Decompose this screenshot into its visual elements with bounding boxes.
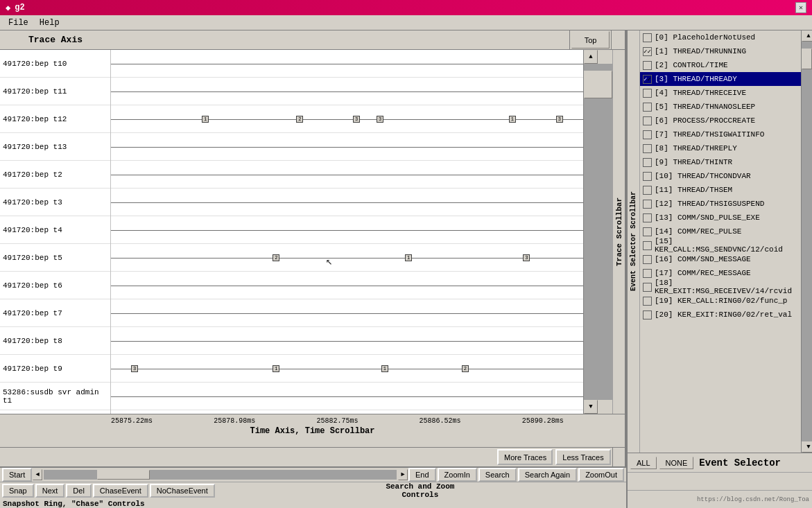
time-scrollbar-thumb [97, 470, 150, 480]
trace-label-7: 491720:bep t5 [0, 244, 110, 272]
event-checkbox-5[interactable] [643, 103, 652, 112]
event-scroll-down[interactable]: ▼ [802, 441, 812, 453]
event-checkbox-0[interactable] [643, 33, 652, 42]
time-tick-3: 25886.52ms [420, 417, 522, 425]
trace-label-6: 491720:bep t4 [0, 216, 110, 244]
event-checkbox-14[interactable] [643, 227, 652, 236]
event-item-11[interactable]: [11] THREAD/THSEM [640, 183, 801, 197]
event-label-4: [4] THREAD/THRECEIVE [655, 89, 746, 97]
event-checkbox-9[interactable] [643, 158, 652, 167]
event-item-9[interactable]: [9] THREAD/THINTR [640, 155, 801, 169]
event-item-19[interactable]: [19] KER_CALL:RING0/02/func_p [640, 294, 801, 308]
left-section: Trace Axis Top 491720:bep t10491720:bep … [0, 30, 626, 508]
trace-marker: 1 [273, 365, 279, 372]
zoom-out-button[interactable]: ZoomOut [578, 468, 624, 482]
event-checkbox-12[interactable] [643, 200, 652, 209]
scroll-right-btn[interactable]: ► [398, 469, 408, 480]
event-checkbox-8[interactable] [643, 144, 652, 153]
next-button[interactable]: Next [35, 484, 65, 498]
event-checkbox-10[interactable] [643, 172, 652, 181]
search-again-button[interactable]: Search Again [518, 468, 577, 482]
time-scrollbar[interactable] [44, 470, 397, 480]
event-label-0: [0] PlaceholderNotUsed [655, 33, 755, 42]
event-checkbox-20[interactable] [643, 310, 652, 319]
top-button[interactable]: Top [571, 31, 610, 49]
start-button[interactable]: Start [2, 468, 32, 482]
chase-event-button[interactable]: ChaseEvent [93, 484, 148, 498]
trace-row-2: 123313 [111, 105, 583, 133]
no-chase-event-button[interactable]: NoChaseEvent [150, 484, 215, 498]
event-checkbox-15[interactable] [643, 241, 652, 250]
event-label-6: [6] PROCESS/PROCCREATE [655, 116, 755, 125]
time-axis-label: Time Axis, Time Scrollbar [0, 425, 625, 437]
search-button[interactable]: Search [478, 468, 517, 482]
trace-marker: 3 [377, 116, 383, 123]
event-item-15[interactable]: [15] KER_CALL:MSG_SENDVNC/12/coid [640, 238, 801, 252]
event-item-17[interactable]: [17] COMM/REC_MESSAGE [640, 266, 801, 280]
trace-marker: 1 [202, 116, 209, 123]
event-item-6[interactable]: [6] PROCESS/PROCCREATE [640, 114, 801, 128]
event-checkbox-16[interactable] [643, 255, 652, 264]
trace-row-11: 3112 [111, 355, 583, 383]
title-icon: ◆ [6, 3, 10, 13]
event-item-2[interactable]: [2] CONTROL/TIME [640, 58, 801, 72]
event-item-10[interactable]: [10] THREAD/THCONDVAR [640, 169, 801, 183]
event-checkbox-11[interactable] [643, 186, 652, 195]
menu-file[interactable]: File [3, 17, 34, 29]
trace-scrollbar-thumb[interactable] [584, 71, 612, 98]
event-item-4[interactable]: [4] THREAD/THRECEIVE [640, 86, 801, 100]
event-item-3[interactable]: ✓[3] THREAD/THREADY [640, 72, 801, 86]
trace-panel: Trace Axis Top 491720:bep t10491720:bep … [0, 30, 626, 466]
event-item-8[interactable]: [8] THREAD/THREPLY [640, 141, 801, 155]
event-label-17: [17] COMM/REC_MESSAGE [655, 269, 751, 277]
event-item-16[interactable]: [16] COMM/SND_MESSAGE [640, 252, 801, 266]
trace-label-9: 491720:bep t7 [0, 299, 110, 327]
window-title: g2 [15, 3, 795, 12]
event-checkbox-3[interactable]: ✓ [643, 75, 652, 84]
event-item-14[interactable]: [14] COMM/REC_PULSE [640, 225, 801, 238]
all-button[interactable]: ALL [630, 457, 657, 469]
event-item-0[interactable]: [0] PlaceholderNotUsed [640, 30, 801, 44]
trace-scrollbar-track[interactable] [584, 64, 612, 400]
event-checkbox-6[interactable] [643, 116, 652, 125]
none-button[interactable]: NONE [659, 457, 694, 469]
event-checkbox-17[interactable] [643, 269, 652, 278]
event-item-13[interactable]: [13] COMM/SND_PULSE_EXE [640, 211, 801, 225]
event-list[interactable]: [0] PlaceholderNotUsed✓[1] THREAD/THRUNN… [640, 30, 801, 453]
zoom-in-button[interactable]: ZoomIn [438, 468, 477, 482]
event-bottom-bar: ALL NONE Event Selector [628, 453, 812, 472]
event-checkbox-1[interactable]: ✓ [643, 47, 652, 56]
bottom-labels-row: Snapshot Ring, "Chase" Controls [0, 499, 626, 508]
event-item-1[interactable]: ✓[1] THREAD/THRUNNING [640, 44, 801, 58]
event-item-20[interactable]: [20] KER_EXIT:RING0/02/ret_val [640, 308, 801, 322]
trace-labels: 491720:bep t10491720:bep t11491720:bep t… [0, 50, 111, 414]
trace-row-4 [111, 161, 583, 189]
event-label-13: [13] COMM/SND_PULSE_EXE [655, 213, 760, 222]
event-checkbox-13[interactable] [643, 213, 652, 222]
trace-marker: 1 [509, 116, 516, 123]
event-item-5[interactable]: [5] THREAD/THNANOSLEEP [640, 100, 801, 114]
event-checkbox-7[interactable] [643, 130, 652, 139]
snap-button[interactable]: Snap [2, 484, 34, 498]
event-item-18[interactable]: [18] KER_EXIT:MSG_RECEIVEV/14/rcvid [640, 280, 801, 294]
event-selector-title: Event Selector [699, 457, 781, 468]
more-traces-button[interactable]: More Traces [497, 449, 553, 465]
event-checkbox-19[interactable] [643, 297, 652, 306]
event-checkbox-18[interactable] [643, 283, 652, 292]
menu-help[interactable]: Help [34, 17, 65, 29]
event-item-12[interactable]: [12] THREAD/THSIGSUSPEND [640, 197, 801, 211]
event-scrollbar-track[interactable] [802, 42, 812, 441]
trace-label-10: 491720:bep t8 [0, 327, 110, 355]
event-checkbox-2[interactable] [643, 61, 652, 70]
event-checkbox-4[interactable] [643, 89, 652, 98]
del-button[interactable]: Del [66, 484, 92, 498]
event-scroll-up[interactable]: ▲ [802, 30, 812, 42]
scroll-up-button[interactable]: ▲ [584, 50, 598, 64]
close-button[interactable]: ✕ [795, 2, 806, 13]
bottom-section: Start ◄ ► End ZoomIn Search Search Again… [0, 466, 626, 508]
scroll-left-btn[interactable]: ◄ [33, 469, 42, 480]
end-button[interactable]: End [408, 468, 436, 482]
less-traces-button[interactable]: Less Traces [555, 449, 611, 465]
event-item-7[interactable]: [7] THREAD/THSIGWAITINFO [640, 128, 801, 141]
scroll-down-button[interactable]: ▼ [584, 400, 598, 414]
